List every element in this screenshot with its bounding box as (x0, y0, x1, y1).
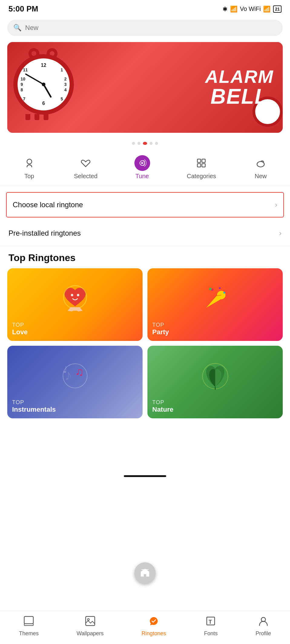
tab-categories-label: Categories (187, 173, 216, 180)
wallpapers-label: Wallpapers (77, 630, 104, 637)
signal-icon: 📶 (230, 5, 238, 13)
wallpapers-icon (84, 615, 96, 629)
dot-3[interactable] (143, 142, 147, 145)
svg-point-6 (257, 162, 264, 167)
love-top-label: TOP (12, 322, 28, 328)
fonts-icon: T (205, 615, 216, 629)
ringtones-icon (148, 615, 160, 629)
dot-2[interactable] (137, 142, 140, 145)
nature-illustration (200, 361, 230, 396)
status-bar: 5:00 PM ✱ 📶 Vo WiFi 📶 21 (0, 0, 290, 17)
ringtone-grid: TOP Love TOP Party (0, 268, 290, 418)
home-indicator (124, 475, 166, 477)
svg-rect-23 (24, 616, 33, 624)
svg-point-8 (77, 294, 79, 296)
card-love[interactable]: TOP Love (7, 268, 143, 341)
preinstalled-text: Pre-installed ringtones (8, 229, 81, 237)
tab-new-label: New (255, 173, 267, 180)
svg-rect-25 (86, 616, 95, 626)
search-input[interactable] (25, 24, 277, 32)
choose-local-arrow: › (275, 201, 277, 209)
nav-ringtones[interactable]: Ringtones (142, 615, 166, 637)
categories-icon (193, 155, 209, 171)
card-party[interactable]: TOP Party (147, 268, 283, 341)
love-label: Love (12, 328, 28, 336)
dot-1[interactable] (132, 142, 135, 145)
tab-tune-label: Tune (135, 173, 149, 180)
svg-point-12 (219, 287, 221, 289)
preinstalled-ringtones[interactable]: Pre-installed ringtones › (0, 221, 290, 246)
party-top-label: TOP (152, 322, 169, 328)
party-label: Party (152, 328, 169, 336)
love-illustration (60, 283, 90, 319)
fonts-label: Fonts (204, 630, 218, 637)
svg-rect-3 (202, 159, 205, 162)
svg-rect-5 (202, 164, 205, 167)
clock-hand-minute (25, 73, 44, 85)
card-nature[interactable]: TOP Nature (147, 346, 283, 418)
tab-selected-label: Selected (74, 173, 97, 180)
svg-rect-21 (141, 569, 149, 570)
choose-local-text: Choose local ringtone (13, 201, 83, 209)
bottom-nav: Themes Wallpapers Ringtones T Fon (0, 611, 290, 644)
tab-top-label: Top (25, 173, 34, 180)
instrumental-label: Instrumentals (12, 406, 56, 414)
banner-subtitle: BELL (205, 86, 274, 107)
party-illustration (200, 283, 230, 319)
search-icon: 🔍 (13, 24, 21, 32)
nature-top-label: TOP (152, 399, 173, 406)
card-instrumental[interactable]: ♪ ♫ ♩ TOP Instrumentals (7, 346, 143, 418)
nav-profile[interactable]: Profile (255, 615, 271, 637)
battery-icon: 21 (273, 5, 282, 13)
tab-selected[interactable]: Selected (74, 155, 97, 180)
top-icon (21, 155, 37, 171)
svg-text:♫: ♫ (75, 365, 84, 378)
svg-text:T: T (209, 619, 212, 625)
svg-rect-24 (24, 624, 33, 626)
banner-dots (0, 142, 290, 145)
tune-icon (134, 155, 150, 171)
tab-new[interactable]: New (253, 155, 269, 180)
wifi-icon: Vo WiFi (240, 5, 261, 12)
svg-point-7 (71, 294, 73, 296)
tab-top[interactable]: Top (21, 155, 37, 180)
dot-4[interactable] (150, 142, 153, 145)
svg-point-26 (87, 619, 89, 620)
new-icon (253, 155, 269, 171)
banner: 12 1 2 3 4 5 6 7 8 9 10 11 ALaRM (7, 42, 283, 133)
choose-local-ringtone[interactable]: Choose local ringtone › (6, 192, 284, 217)
fab-button[interactable] (134, 562, 156, 584)
status-time: 5:00 PM (8, 4, 38, 14)
svg-rect-4 (197, 164, 201, 167)
instrumental-illustration: ♪ ♫ ♩ (58, 359, 92, 397)
clock-face: 12 1 2 3 4 5 6 7 8 9 10 11 (13, 54, 74, 115)
status-icons: ✱ 📶 Vo WiFi 📶 21 (222, 5, 282, 13)
clock-main: 12 1 2 3 4 5 6 7 8 9 10 11 (10, 51, 77, 118)
top-ringtones-title: Top Ringtones (0, 246, 290, 268)
preinstalled-arrow: › (279, 229, 282, 237)
nav-fonts[interactable]: T Fonts (204, 615, 218, 637)
svg-rect-2 (197, 159, 201, 162)
banner-title: ALaRM (205, 68, 274, 86)
themes-icon (23, 615, 35, 629)
svg-text:♩: ♩ (63, 364, 67, 374)
search-bar[interactable]: 🔍 (7, 20, 283, 36)
banner-text: ALaRM BELL (205, 68, 274, 107)
bluetooth-icon: ✱ (222, 5, 228, 13)
svg-point-0 (27, 159, 32, 164)
banner-clock-container: 12 1 2 3 4 5 6 7 8 9 10 11 (7, 42, 98, 133)
ringtones-label: Ringtones (142, 630, 166, 637)
profile-icon (258, 615, 269, 629)
tab-categories[interactable]: Categories (187, 155, 216, 180)
clock-center-dot (42, 83, 45, 86)
nav-themes[interactable]: Themes (19, 615, 39, 637)
tab-tune[interactable]: Tune (134, 155, 150, 180)
instrumental-top-label: TOP (12, 399, 56, 406)
svg-point-13 (223, 292, 225, 293)
nav-wallpapers[interactable]: Wallpapers (77, 615, 104, 637)
svg-rect-22 (144, 570, 146, 572)
themes-label: Themes (19, 630, 39, 637)
dot-5[interactable] (155, 142, 158, 145)
nav-tabs: Top Selected Tune (0, 152, 290, 186)
selected-icon (78, 155, 94, 171)
